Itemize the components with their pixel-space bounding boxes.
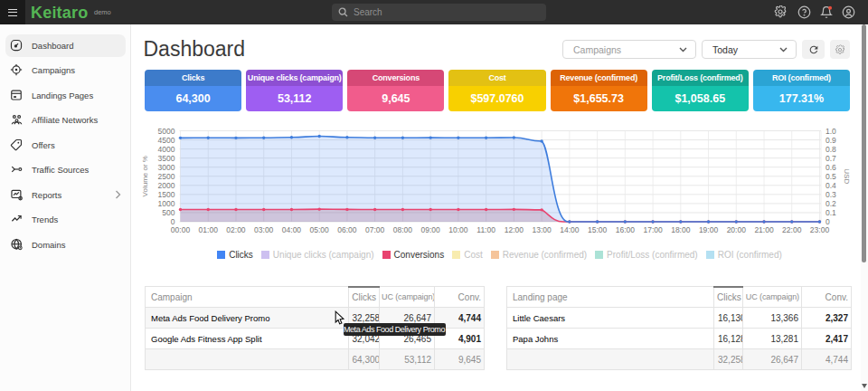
svg-text:20:00: 20:00 <box>727 225 747 234</box>
svg-text:1.0: 1.0 <box>826 127 836 136</box>
svg-text:17:00: 17:00 <box>643 225 663 234</box>
svg-text:500: 500 <box>162 208 175 217</box>
svg-text:3500: 3500 <box>158 154 175 163</box>
svg-text:11:00: 11:00 <box>476 225 495 234</box>
svg-text:03:00: 03:00 <box>254 225 274 234</box>
svg-text:07:00: 07:00 <box>365 225 385 234</box>
svg-text:2500: 2500 <box>158 172 175 181</box>
svg-text:02:00: 02:00 <box>226 225 246 234</box>
svg-text:23:00: 23:00 <box>810 225 830 234</box>
svg-text:0.5: 0.5 <box>826 172 836 181</box>
svg-text:0.7: 0.7 <box>826 154 836 163</box>
svg-text:0.9: 0.9 <box>826 136 836 145</box>
svg-text:15:00: 15:00 <box>588 225 608 234</box>
svg-text:0.1: 0.1 <box>826 208 836 217</box>
svg-text:0.2: 0.2 <box>826 199 836 208</box>
svg-text:0.3: 0.3 <box>826 190 836 199</box>
svg-text:19:00: 19:00 <box>699 225 719 234</box>
svg-text:10:00: 10:00 <box>448 225 468 234</box>
svg-text:09:00: 09:00 <box>421 225 441 234</box>
svg-text:0.4: 0.4 <box>826 181 836 190</box>
svg-text:08:00: 08:00 <box>393 225 413 234</box>
svg-text:4000: 4000 <box>158 145 175 154</box>
svg-text:01:00: 01:00 <box>199 225 219 234</box>
svg-text:14:00: 14:00 <box>560 225 580 234</box>
svg-text:3000: 3000 <box>158 163 175 172</box>
svg-text:4500: 4500 <box>158 136 175 145</box>
svg-text:05:00: 05:00 <box>310 225 330 234</box>
svg-text:1500: 1500 <box>158 190 175 199</box>
svg-text:12:00: 12:00 <box>505 225 524 234</box>
svg-text:04:00: 04:00 <box>282 225 302 234</box>
svg-text:13:00: 13:00 <box>532 225 552 234</box>
svg-text:00:00: 00:00 <box>171 225 191 234</box>
svg-text:16:00: 16:00 <box>616 225 636 234</box>
svg-text:1000: 1000 <box>158 199 175 208</box>
svg-text:USD: USD <box>843 168 851 184</box>
svg-text:2000: 2000 <box>158 181 175 190</box>
svg-text:Volume or %: Volume or % <box>141 156 149 196</box>
svg-text:22:00: 22:00 <box>782 225 802 234</box>
svg-text:21:00: 21:00 <box>754 225 774 234</box>
svg-text:18:00: 18:00 <box>671 225 691 234</box>
svg-text:5000: 5000 <box>158 127 175 136</box>
svg-text:0.6: 0.6 <box>826 163 836 172</box>
svg-text:0.8: 0.8 <box>826 145 836 154</box>
svg-text:06:00: 06:00 <box>337 225 357 234</box>
